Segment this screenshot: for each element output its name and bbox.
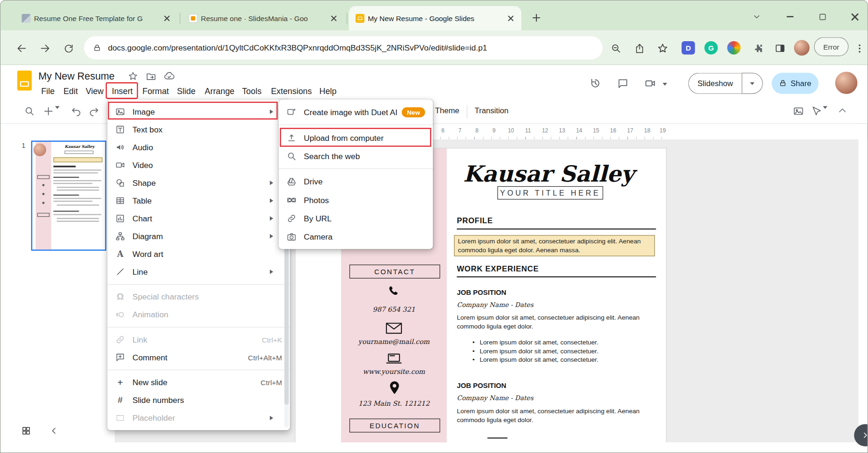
submenu-item-upload-from-computer[interactable]: Upload from computer [279,128,433,146]
menu-item-line[interactable]: Line [107,263,290,281]
menu-slide[interactable]: Slide [175,84,197,98]
version-history-icon[interactable] [588,76,603,91]
menu-item-placeholder[interactable]: Placeholder [107,409,290,427]
cloud-saved-icon[interactable] [163,69,176,83]
menu-extensions[interactable]: Extensions [269,84,313,98]
menu-item-diagram[interactable]: Diagram [107,227,290,245]
menu-item-link[interactable]: Link Ctrl+K [107,331,290,349]
menu-item-comment[interactable]: Comment Ctrl+Alt+M [107,349,290,366]
tab-close-icon[interactable] [162,14,172,23]
theme-button[interactable]: Theme [435,106,460,115]
document-title[interactable]: My New Resume [38,71,115,82]
browser-tab-active[interactable]: My New Resume - Google Slides [349,6,521,30]
submenu-item-photos[interactable]: Photos [279,190,433,209]
tab-search-icon[interactable] [744,8,770,25]
submenu-item-create-image-duet-ai[interactable]: Create image with Duet AI New [279,103,433,121]
new-slide-toolbar-icon[interactable] [43,106,54,117]
job-body[interactable]: Lorem ipsum dolor sit amet, consectetuer… [457,406,653,424]
menu-edit[interactable]: Edit [62,84,80,98]
zoom-icon[interactable] [608,41,623,56]
share-button[interactable]: Share [772,73,818,94]
side-panel-icon[interactable] [772,41,788,56]
contact-heading[interactable]: CONTACT [349,264,440,278]
menu-format[interactable]: Format [141,84,171,98]
grid-view-icon[interactable] [20,424,33,438]
menu-item-slide-numbers[interactable]: # Slide numbers [107,391,290,409]
contact-phone[interactable]: 987 654 321 [341,306,447,314]
profile-error-button[interactable]: Error [814,37,849,56]
resume-name[interactable]: Kausar Salley [451,161,646,187]
reload-icon[interactable] [59,39,77,57]
submenu-item-by-url[interactable]: By URL [279,209,433,227]
google-slides-logo[interactable] [17,71,32,91]
job-meta[interactable]: Company Name - Dates [457,301,533,309]
meet-dropdown-caret-icon[interactable] [663,80,668,88]
browser-tab-1[interactable]: Resume One Free Template for G [15,6,178,30]
share-page-icon[interactable] [631,41,647,56]
account-avatar[interactable] [835,72,858,94]
slideshow-dropdown-caret-icon[interactable] [742,73,763,94]
tab-close-icon[interactable] [329,14,339,23]
resume-title-placeholder[interactable]: YOUR TITLE HERE [497,186,603,200]
move-folder-icon[interactable] [144,69,158,83]
submenu-item-drive[interactable]: Drive [279,172,433,190]
url-bar[interactable]: docs.google.com/presentation/d/1QyltCdCo… [84,36,602,59]
menu-view[interactable]: View [84,84,105,98]
redo-icon[interactable] [89,106,100,117]
pointer-caret-icon[interactable] [823,109,828,119]
menu-help[interactable]: Help [318,84,338,98]
extension-g-icon[interactable]: G [705,41,718,55]
menu-tools[interactable]: Tools [240,84,263,98]
vertical-scroll-gutter[interactable] [859,139,868,442]
menu-file[interactable]: File [39,84,56,98]
minimize-button[interactable] [777,8,803,25]
browser-tab-2[interactable]: Resume one · SlidesMania - Goo [182,6,344,30]
menu-item-image[interactable]: Image [107,103,290,121]
new-slide-caret-icon[interactable] [55,109,60,119]
menu-item-special-characters[interactable]: Ω Special characters [107,288,290,306]
close-window-button[interactable] [842,8,868,25]
bookmark-star-icon[interactable] [655,41,670,56]
menu-item-word-art[interactable]: A Word art [107,245,290,263]
browser-menu-kebab-icon[interactable]: ⋮ [853,41,867,56]
new-tab-button[interactable] [528,9,545,26]
url-text[interactable]: docs.google.com/presentation/d/1QyltCdCo… [108,44,487,52]
menu-item-shape[interactable]: Shape [107,174,290,192]
menu-item-table[interactable]: Table [107,192,290,210]
job-meta[interactable]: Company Name - Dates [457,394,533,402]
menu-item-animation[interactable]: Animation [107,306,290,323]
profile-text-selected[interactable]: Lorem ipsum dolor sit amet, consectetuer… [454,235,655,256]
zoom-tool-icon[interactable] [24,106,35,117]
extension-pinwheel-icon[interactable] [727,41,741,55]
contact-website[interactable]: www.yoursite.com [341,368,447,376]
tab-close-icon[interactable] [506,14,516,23]
site-security-lock-icon[interactable] [93,44,101,52]
menu-item-chart[interactable]: Chart [107,210,290,227]
comment-history-icon[interactable] [616,76,630,91]
forward-icon[interactable] [36,39,54,57]
pointer-tool-icon[interactable] [811,106,822,117]
work-experience-heading[interactable]: WORK EXPERIENCE [457,264,539,273]
menu-item-new-slide[interactable]: + New slide Ctrl+M [107,373,290,391]
slideshow-button[interactable]: Slideshow [688,73,742,94]
browser-profile-avatar[interactable] [794,40,809,56]
back-icon[interactable] [13,39,30,57]
menu-item-audio[interactable]: Audio [107,139,290,156]
submenu-item-camera[interactable]: Camera [279,227,433,246]
collapse-filmstrip-icon[interactable] [47,424,61,438]
maximize-button[interactable] [809,8,835,25]
insert-image-toolbar-icon[interactable] [793,106,804,117]
menu-arrange[interactable]: Arrange [203,84,237,98]
undo-icon[interactable] [71,106,82,117]
profile-heading[interactable]: PROFILE [457,216,493,225]
transition-button[interactable]: Transition [475,106,508,115]
extensions-puzzle-icon[interactable] [750,41,765,56]
menu-item-video[interactable]: Video [107,156,290,174]
collapse-toolbar-icon[interactable] [838,106,847,116]
education-heading[interactable]: EDUCATION [349,418,440,432]
slide-thumbnail[interactable]: Kausar Salley [31,141,106,251]
submenu-item-search-the-web[interactable]: Search the web [279,147,433,165]
job-title[interactable]: JOB POSITION [457,288,506,296]
extension-d-icon[interactable]: D [682,41,695,55]
job-body[interactable]: Lorem ipsum dolor sit amet, consectetuer… [457,313,653,331]
